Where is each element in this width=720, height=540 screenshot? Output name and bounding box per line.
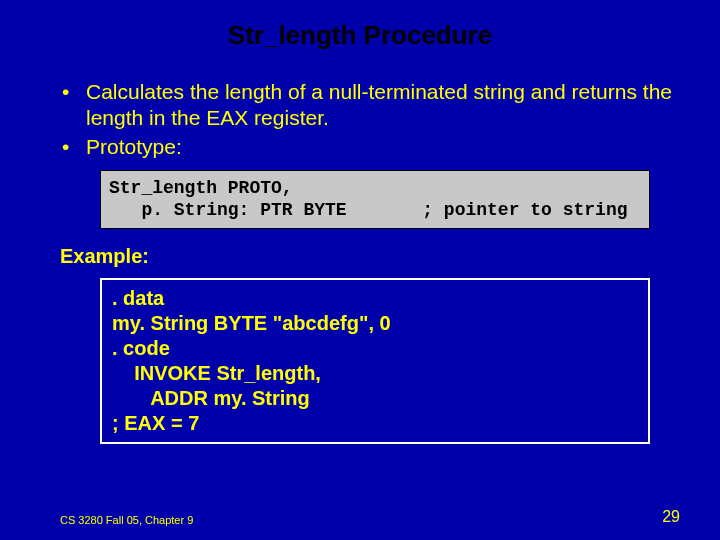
bullet-item: • Prototype: xyxy=(62,134,680,160)
footer-course: CS 3280 Fall 05, Chapter 9 xyxy=(60,514,193,526)
slide-title: Str_length Procedure xyxy=(0,0,720,79)
example-code-box: . data my. String BYTE "abcdefg", 0 . co… xyxy=(100,278,650,444)
bullet-mark: • xyxy=(62,134,86,160)
bullet-list: • Calculates the length of a null-termin… xyxy=(0,79,720,160)
bullet-item: • Calculates the length of a null-termin… xyxy=(62,79,680,132)
footer: CS 3280 Fall 05, Chapter 9 29 xyxy=(60,508,680,526)
page-number: 29 xyxy=(662,508,680,526)
bullet-text: Calculates the length of a null-terminat… xyxy=(86,79,680,132)
example-label: Example: xyxy=(0,245,720,268)
prototype-code-box: Str_length PROTO, p. String: PTR BYTE ; … xyxy=(100,170,650,229)
bullet-text: Prototype: xyxy=(86,134,680,160)
bullet-mark: • xyxy=(62,79,86,132)
